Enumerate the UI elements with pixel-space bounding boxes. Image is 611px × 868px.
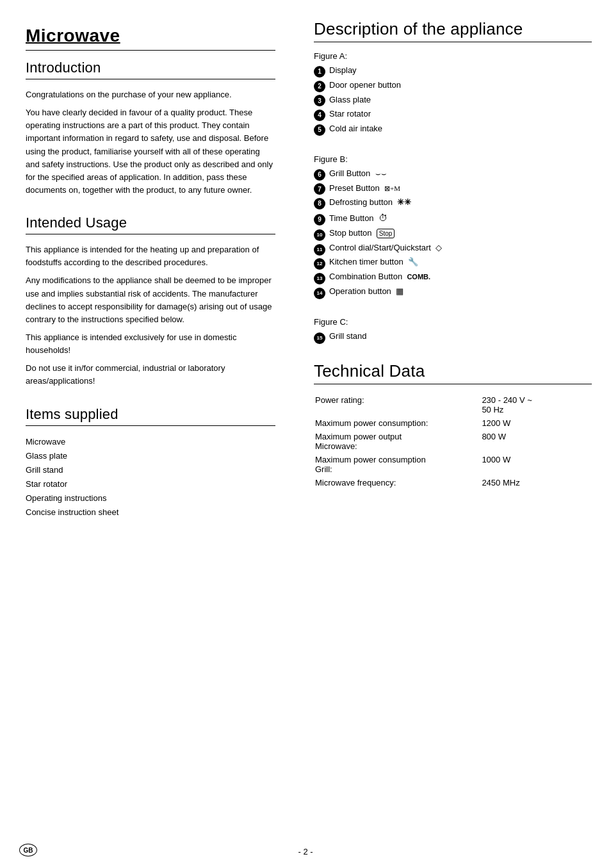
tech-label: Power rating: [314,393,480,416]
item-text: Grill Button ⌣⌣ [329,167,387,181]
item-text: Control dial/Start/Quickstart ◇ [329,241,442,256]
item-text: Star rotator [329,107,371,122]
figure-c-list: 15 Grill stand [314,329,592,344]
introduction-divider [26,79,275,79]
intended-usage-section: Intended Usage This appliance is intende… [26,215,275,388]
item-number: 10 [314,229,325,241]
items-list: Microwave Glass plate Grill stand Star r… [26,435,275,520]
preset-icon: ⊠+M [384,184,400,192]
item-text: Operation button ▦ [329,284,403,299]
title-divider [26,50,275,51]
list-item: 15 Grill stand [314,329,592,344]
item-text: Defrosting button ✳✳ [329,195,411,210]
item-number: 7 [314,183,325,195]
grill-icon: ⌣⌣ [375,168,387,178]
item-number: 11 [314,244,325,256]
item-number: 8 [314,198,325,209]
table-row: Maximum power consumption: 1200 W [314,416,592,430]
figure-c-label: Figure C: [314,317,592,327]
intended-usage-heading: Intended Usage [26,215,275,231]
list-item: 5 Cold air intake [314,122,592,136]
kitchen-timer-icon: 🔧 [408,257,418,266]
stop-icon: Stop [377,229,395,238]
figure-b-section: Figure B: 6 Grill Button ⌣⌣ 7 Preset But… [314,154,592,299]
figure-a-section: Figure A: 1 Display 2 Door opener button… [314,51,592,136]
introduction-section: Introduction Congratulations on the purc… [26,60,275,197]
page-title: Microwave [26,26,275,46]
description-heading: Description of the appliance [314,19,592,39]
item-number: 14 [314,288,325,299]
figure-b-label: Figure B: [314,154,592,164]
list-item: 12 Kitchen timer button 🔧 [314,255,592,270]
list-item: 9 Time Button ⏱ [314,210,592,226]
technical-data-divider [314,384,592,384]
item-text: Time Button ⏱ [329,210,387,226]
item-number: 2 [314,81,325,92]
item-number: 9 [314,214,325,225]
tech-value: 1000 W [480,453,592,476]
footer: - 2 - [0,847,611,856]
item-text: Glass plate [329,93,371,108]
tech-label: Microwave frequency: [314,476,480,489]
time-icon: ⏱ [379,213,387,223]
item-text: Door opener button [329,78,401,93]
item-number: 3 [314,95,325,106]
list-item: 6 Grill Button ⌣⌣ [314,167,592,181]
tech-value: 230 - 240 V ~ 50 Hz [480,393,592,416]
list-item: 2 Door opener button [314,78,592,93]
tech-label: Maximum power output Microwave: [314,430,480,453]
tech-label: Maximum power consumption: [314,416,480,430]
list-item: 10 Stop button Stop [314,226,592,241]
combination-icon: COMB. [407,273,430,281]
list-item: 8 Defrosting button ✳✳ [314,195,592,210]
tech-value: 2450 MHz [480,476,592,489]
control-icon: ◇ [436,243,442,252]
item-number: 5 [314,124,325,136]
list-item: Grill stand [26,463,275,477]
item-number: 13 [314,273,325,284]
item-text: Cold air intake [329,122,382,136]
figure-c-section: Figure C: 15 Grill stand [314,317,592,344]
item-number: 1 [314,66,325,78]
item-text: Grill stand [329,329,367,344]
defrost-icon: ✳✳ [397,197,411,207]
list-item: Microwave [26,435,275,449]
list-item: Operating instructions [26,491,275,505]
introduction-heading: Introduction [26,60,275,76]
item-text: Stop button Stop [329,226,395,241]
operation-icon: ▦ [396,286,403,296]
item-number: 15 [314,332,325,344]
technical-data-section: Technical Data Power rating: 230 - 240 V… [314,361,592,489]
list-item: 1 Display [314,63,592,78]
technical-data-heading: Technical Data [314,361,592,381]
list-item: 14 Operation button ▦ [314,284,592,299]
list-item: 4 Star rotator [314,107,592,122]
item-text: Display [329,63,357,78]
technical-data-table: Power rating: 230 - 240 V ~ 50 Hz Maximu… [314,393,592,489]
intended-usage-divider [26,234,275,234]
introduction-para-1: Congratulations on the purchase of your … [26,88,275,101]
introduction-para-2: You have clearly decided in favour of a … [26,106,275,197]
items-supplied-divider [26,425,275,426]
table-row: Power rating: 230 - 240 V ~ 50 Hz [314,393,592,416]
list-item: Concise instruction sheet [26,505,275,520]
list-item: 13 Combination Button COMB. [314,270,592,284]
figure-a-label: Figure A: [314,51,592,61]
item-number: 4 [314,110,325,121]
tech-value: 800 W [480,430,592,453]
list-item: 3 Glass plate [314,93,592,108]
intended-usage-para-3: This appliance is intended exclusively f… [26,331,275,357]
page-number: - 2 - [298,847,313,856]
list-item: 7 Preset Button ⊠+M [314,181,592,196]
list-item: Glass plate [26,449,275,463]
intended-usage-para-1: This appliance is intended for the heati… [26,243,275,269]
tech-value: 1200 W [480,416,592,430]
item-number: 12 [314,258,325,270]
item-text: Preset Button ⊠+M [329,181,400,196]
intended-usage-para-4: Do not use it in/for commercial, industr… [26,362,275,388]
items-supplied-section: Items supplied Microwave Glass plate Gri… [26,406,275,520]
intended-usage-para-2: Any modifications to the appliance shall… [26,274,275,326]
figure-a-list: 1 Display 2 Door opener button 3 Glass p… [314,63,592,136]
table-row: Maximum power output Microwave: 800 W [314,430,592,453]
figure-b-list: 6 Grill Button ⌣⌣ 7 Preset Button ⊠+M 8 … [314,167,592,299]
